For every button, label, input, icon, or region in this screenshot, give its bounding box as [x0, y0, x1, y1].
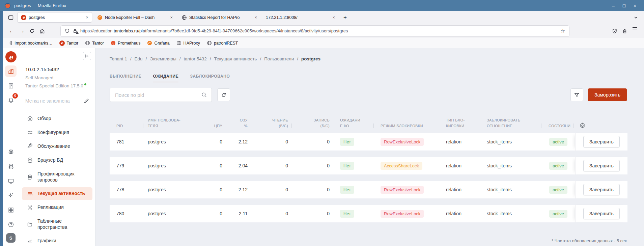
column-header-user[interactable]: ИМЯ ПОЛЬЗОВА- ТЕЛЯ	[145, 117, 200, 129]
instance-label-row: Метка не заполнена	[19, 94, 95, 108]
menu-icon[interactable]	[630, 26, 640, 36]
rail-item-instances[interactable]	[5, 65, 17, 77]
reload-icon[interactable]	[27, 26, 37, 36]
search-input[interactable]	[114, 92, 201, 98]
edit-pencil-icon[interactable]	[84, 98, 89, 104]
column-header-lock-type[interactable]: ТИП БЛО- КИРОВКИ	[442, 117, 482, 129]
bookmark-prometheus[interactable]: Prometheus	[111, 40, 140, 46]
cell-ram: 2.11	[228, 211, 253, 216]
close-button[interactable]: ×	[631, 2, 639, 10]
globe-favicon	[207, 40, 212, 46]
maximize-button[interactable]: □	[620, 2, 628, 10]
cell-cpu: 0	[200, 163, 228, 168]
rail-item-settings[interactable]	[5, 146, 17, 158]
bookmark-grafana[interactable]: Grafana	[147, 40, 169, 46]
url-text[interactable]: https://education.tantorlabs.ru/platform…	[80, 28, 558, 33]
tab-waiting[interactable]: ОЖИДАНИЕ	[153, 74, 178, 82]
table-row: 781 postgres 0 2.12 0 0 Нет RowExclusive…	[110, 133, 627, 151]
breadcrumb-item[interactable]: Tenant 1	[110, 56, 127, 61]
terminate-button[interactable]: Завершить	[583, 136, 620, 147]
column-header-ram[interactable]: ОЗУ %	[228, 117, 253, 129]
rail-item-apps-grid[interactable]	[5, 204, 17, 216]
shield-check-icon[interactable]	[610, 26, 620, 36]
filter-button[interactable]	[570, 88, 583, 101]
column-header-state[interactable]: СОСТОЯНИ	[543, 123, 575, 129]
url-bar[interactable]: https://education.tantorlabs.ru/platform…	[61, 26, 569, 36]
cell-lock-type: relation	[442, 163, 482, 168]
sidebar-item-replication[interactable]: Репликация	[22, 201, 92, 214]
rail-item-assistant[interactable]	[5, 190, 17, 201]
column-header-lock-mode[interactable]: РЕЖИМ БЛОКИРОВКИ	[375, 123, 442, 129]
tab-close-icon[interactable]: ×	[332, 15, 335, 20]
freeze-button[interactable]: Заморозить	[588, 88, 627, 101]
column-header-cpu[interactable]: ЦПУ	[200, 123, 228, 129]
terminate-button[interactable]: Завершить	[583, 208, 620, 219]
query-profiler-icon	[27, 174, 33, 180]
tracking-protection-shield-icon[interactable]	[65, 28, 70, 33]
sidebar-item-charts[interactable]: Графики	[22, 235, 92, 246]
tab-close-icon[interactable]: ×	[254, 15, 257, 20]
database-icon	[27, 157, 33, 163]
refresh-button[interactable]	[217, 88, 230, 101]
bookmark-star-icon[interactable]: ☆	[561, 28, 565, 34]
notification-badge: 5	[12, 93, 18, 99]
tab-blocked[interactable]: ЗАБЛОКИРОВАНО	[190, 74, 230, 82]
sliders-vertical-icon	[8, 163, 14, 170]
column-header-read[interactable]: ЧТЕНИЕ (Б/С)	[253, 117, 293, 129]
list-all-tabs-chevron-icon[interactable]	[631, 13, 641, 22]
tab-close-icon[interactable]: ×	[170, 15, 173, 20]
tab-running[interactable]: ВЫПОЛНЕНИЕ	[110, 74, 141, 82]
column-header-io-wait[interactable]: ОЖИДАНИ Е I/O	[335, 117, 375, 129]
sidebar-item-current-activity[interactable]: Текущая активность	[22, 187, 92, 200]
user-avatar[interactable]: S	[6, 233, 16, 243]
column-header-pid[interactable]: PID	[110, 123, 145, 129]
mixed-content-warning-icon	[76, 31, 79, 34]
sidebar-item-overview[interactable]: Обзор	[22, 112, 92, 125]
cell-lock-type: relation	[442, 211, 482, 216]
rail-item-help[interactable]	[5, 219, 17, 230]
connection-lock-icon[interactable]	[73, 28, 78, 33]
rail-item-terminal[interactable]	[5, 175, 17, 187]
sidebar-collapse-button[interactable]	[83, 52, 91, 60]
column-settings-icon[interactable]	[575, 122, 627, 129]
extensions-icon[interactable]	[620, 26, 630, 36]
column-header-write[interactable]: ЗАПИСЬ (Б/С)	[293, 117, 335, 129]
pid-search[interactable]	[110, 88, 212, 102]
tab-close-icon[interactable]: ×	[86, 15, 88, 20]
home-icon[interactable]	[37, 26, 47, 36]
globe-favicon	[176, 40, 181, 46]
terminate-button[interactable]: Завершить	[583, 184, 620, 195]
terminate-button[interactable]: Завершить	[583, 160, 620, 171]
sidebar-item-db-browser[interactable]: Браузер БД	[22, 154, 92, 167]
bookmark-tantor-globe[interactable]: Tantor	[85, 40, 104, 46]
browser-tab-postgres[interactable]: e postgres ×	[18, 12, 92, 22]
column-header-locked-relation[interactable]: ЗАБЛОКИРОВАТЬ ОТНОШЕНИЕ	[482, 117, 543, 129]
bell-icon	[8, 97, 14, 104]
rail-item-docs[interactable]	[5, 80, 17, 91]
minimize-button[interactable]: –	[609, 2, 618, 10]
forward-button[interactable]: →	[17, 26, 27, 36]
browser-tab-patroni[interactable]: 172.21.1.2:8008/ ×	[262, 12, 338, 22]
sidebar-item-query-profiler[interactable]: Профилировщик запросов	[22, 168, 92, 186]
rail-item-notifications[interactable]: 5	[5, 94, 17, 106]
breadcrumb-item[interactable]: Пользователи	[264, 56, 294, 61]
browser-tab-grafana[interactable]: Node Exporter Full – Dash ×	[94, 12, 176, 22]
instance-info: 10.0.2.15:5432 Self Managed Tantor Speci…	[19, 63, 95, 94]
bookmark-patronirest[interactable]: patroniREST	[207, 40, 238, 46]
browser-tab-haproxy-stats[interactable]: Statistics Report for HAPro ×	[178, 12, 260, 22]
breadcrumb-item[interactable]: Экземпляры	[150, 56, 176, 61]
tantor-logo[interactable]: e	[5, 51, 17, 62]
firefox-view-icon[interactable]	[6, 13, 16, 22]
back-button[interactable]: ←	[7, 26, 17, 36]
breadcrumb-item[interactable]: Edu	[135, 56, 143, 61]
new-tab-button[interactable]: +	[340, 13, 350, 22]
sidebar-item-configuration[interactable]: Конфигурация	[22, 126, 92, 139]
bookmark-tantor[interactable]: e Tantor	[59, 40, 79, 46]
bookmark-haproxy[interactable]: HAProxy	[176, 40, 200, 46]
bookmark-import[interactable]: Import bookmarks…	[7, 40, 53, 46]
sidebar-item-tablespaces[interactable]: Табличные пространства	[22, 215, 92, 234]
breadcrumb-item[interactable]: Текущая активность	[214, 56, 257, 61]
sidebar-item-maintenance[interactable]: Обслуживание	[22, 140, 92, 153]
rail-item-tuning[interactable]	[5, 161, 17, 172]
breadcrumb-item[interactable]: tantor:5432	[184, 56, 206, 61]
